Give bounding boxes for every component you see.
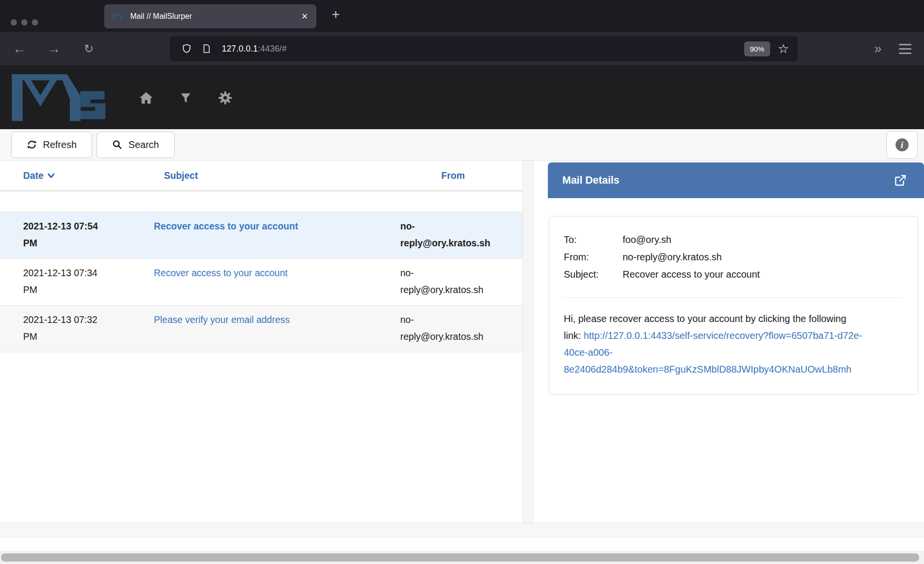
main-content: Date Subject From 2021-12-13 07:54 PM Re… xyxy=(0,161,924,523)
mail-details-card: To: foo@ory.sh From: no-reply@ory.kratos… xyxy=(549,216,918,395)
from-label: From: xyxy=(564,248,623,266)
mail-details-panel: Mail Details To: foo@ory.sh From: no-rep… xyxy=(534,161,924,523)
mail-from: no-reply@ory.kratos.sh xyxy=(400,265,523,298)
mail-details-title: Mail Details xyxy=(562,175,894,187)
tab-title: Mail // MailSlurper xyxy=(130,12,296,21)
mail-from: no-reply@ory.kratos.sh xyxy=(400,218,523,252)
mail-list-panel: Date Subject From 2021-12-13 07:54 PM Re… xyxy=(0,161,523,523)
refresh-button[interactable]: Refresh xyxy=(11,132,92,158)
subject-label: Subject: xyxy=(564,266,623,283)
shield-icon[interactable] xyxy=(181,43,192,54)
window-control-dot[interactable] xyxy=(11,19,17,26)
footer-strip xyxy=(0,537,924,551)
to-value: foo@ory.sh xyxy=(623,231,671,248)
mail-details-header: Mail Details xyxy=(548,162,924,198)
hamburger-menu-icon[interactable] xyxy=(899,44,911,54)
column-header-subject[interactable]: Subject xyxy=(152,170,400,181)
url-bar[interactable]: 127.0.0.1:4436/# 90% ☆ xyxy=(170,36,798,61)
refresh-button-label: Refresh xyxy=(43,139,77,150)
mail-list-header: Date Subject From xyxy=(0,161,523,191)
panel-gutter xyxy=(523,161,534,523)
page-toolbar: Refresh Search i xyxy=(0,129,924,161)
external-link-icon[interactable] xyxy=(894,174,907,187)
mailslurper-logo[interactable] xyxy=(12,74,108,121)
mailslurper-favicon-icon xyxy=(113,13,124,20)
mail-date: 2021-12-13 07:32 PM xyxy=(0,311,152,345)
list-spacer xyxy=(0,191,523,212)
toolbar-overflow-icon[interactable]: » xyxy=(874,41,880,56)
recovery-link[interactable]: http://127.0.0.1:4433/self-service/recov… xyxy=(564,330,862,375)
window-controls[interactable] xyxy=(11,19,38,26)
mail-subject-link[interactable]: Recover access to your account xyxy=(154,221,298,231)
mail-from: no-reply@ory.kratos.sh xyxy=(400,311,523,345)
reload-icon[interactable]: ↻ xyxy=(78,42,99,55)
url-text: 127.0.0.1:4436/# xyxy=(222,44,744,54)
search-button[interactable]: Search xyxy=(96,132,175,158)
bookmark-star-icon[interactable]: ☆ xyxy=(778,42,789,55)
mail-date: 2021-12-13 07:34 PM xyxy=(0,265,152,298)
mail-row[interactable]: 2021-12-13 07:34 PM Recover access to yo… xyxy=(0,259,523,306)
new-tab-icon[interactable]: + xyxy=(332,7,340,22)
scrollbar-thumb[interactable] xyxy=(1,553,919,562)
footer-strip xyxy=(0,523,924,537)
zoom-level-badge[interactable]: 90% xyxy=(744,41,770,56)
column-header-date[interactable]: Date xyxy=(0,170,152,181)
settings-gear-icon[interactable] xyxy=(217,90,233,106)
window-control-dot[interactable] xyxy=(32,19,38,26)
mail-subject-link[interactable]: Recover access to your account xyxy=(154,268,287,278)
home-icon[interactable] xyxy=(138,90,154,106)
horizontal-scrollbar[interactable] xyxy=(0,551,924,564)
page-info-icon[interactable] xyxy=(202,43,211,54)
subject-value: Recover access to your account xyxy=(623,266,760,283)
browser-tab[interactable]: Mail // MailSlurper × xyxy=(104,4,316,28)
mail-subject-link[interactable]: Please verify your email address xyxy=(154,314,290,325)
sort-descending-chevron-icon xyxy=(47,173,55,178)
url-host: 127.0.0.1 xyxy=(222,44,258,54)
column-header-from[interactable]: From xyxy=(400,170,523,181)
mail-row[interactable]: 2021-12-13 07:32 PM Please verify your e… xyxy=(0,306,523,352)
search-icon xyxy=(112,139,122,150)
from-value: no-reply@ory.kratos.sh xyxy=(623,248,722,266)
details-divider xyxy=(564,297,903,298)
filter-icon[interactable] xyxy=(177,90,194,106)
tab-close-icon[interactable]: × xyxy=(301,11,308,22)
back-icon[interactable]: ← xyxy=(9,41,30,56)
mail-body: Hi, please recover access to your accoun… xyxy=(564,310,863,378)
info-circle-icon: i xyxy=(896,138,909,151)
to-label: To: xyxy=(564,231,623,248)
forward-icon[interactable]: → xyxy=(43,41,65,56)
info-button[interactable]: i xyxy=(886,131,918,159)
refresh-icon xyxy=(27,139,37,150)
mail-row[interactable]: 2021-12-13 07:54 PM Recover access to yo… xyxy=(0,212,523,259)
app-navbar xyxy=(0,66,924,129)
browser-nav-toolbar: ← → ↻ 127.0.0.1:4436/# 90% ☆ » xyxy=(0,32,924,66)
search-button-label: Search xyxy=(128,139,159,150)
browser-titlebar: Mail // MailSlurper × + xyxy=(0,0,924,32)
url-path: :4436/# xyxy=(258,44,287,54)
mail-date: 2021-12-13 07:54 PM xyxy=(0,218,152,252)
window-control-dot[interactable] xyxy=(21,19,27,26)
